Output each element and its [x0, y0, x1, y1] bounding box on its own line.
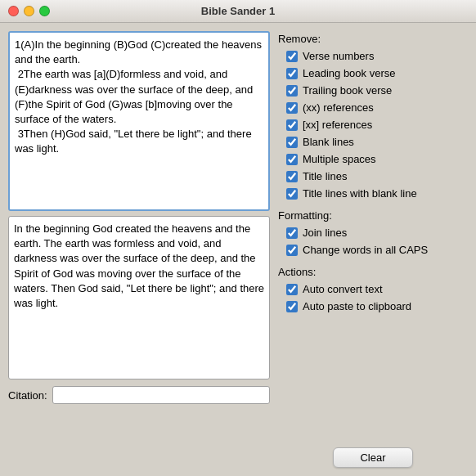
- checkbox-bracket-xx-references-input[interactable]: [286, 119, 298, 131]
- checkbox-change-words-caps-label[interactable]: Change words in all CAPS: [303, 244, 428, 256]
- checkbox-blank-lines: Blank lines: [286, 136, 468, 148]
- citation-input[interactable]: [52, 386, 270, 404]
- actions-section-label: Actions:: [278, 266, 468, 278]
- main-content: Citation: Remove: Verse numbers Leading …: [0, 23, 476, 476]
- checkbox-blank-lines-label[interactable]: Blank lines: [303, 136, 354, 148]
- checkbox-title-lines-label[interactable]: Title lines: [303, 170, 347, 182]
- checkbox-leading-book-verse-label[interactable]: Leading book verse: [303, 67, 395, 79]
- window-controls[interactable]: [8, 6, 50, 16]
- close-button[interactable]: [8, 6, 19, 16]
- checkbox-change-words-caps-input[interactable]: [286, 245, 298, 256]
- checkbox-auto-paste-clipboard-input[interactable]: [286, 301, 298, 312]
- checkbox-join-lines: Join lines: [286, 227, 468, 239]
- checkbox-change-words-caps: Change words in all CAPS: [286, 244, 468, 256]
- window-title: Bible Sander 1: [201, 5, 275, 17]
- checkbox-leading-book-verse: Leading book verse: [286, 67, 468, 79]
- checkbox-title-lines-blank: Title lines with blank line: [286, 187, 468, 200]
- checkbox-leading-book-verse-input[interactable]: [286, 68, 298, 79]
- checkbox-title-lines-input[interactable]: [286, 171, 298, 182]
- formatting-section-label: Formatting:: [278, 209, 468, 222]
- maximize-button[interactable]: [39, 6, 50, 16]
- checkbox-trailing-book-verse-label[interactable]: Trailing book verse: [303, 84, 392, 97]
- checkbox-xx-references-input[interactable]: [286, 102, 298, 114]
- checkbox-bracket-xx-references-label[interactable]: [xx] references: [303, 119, 372, 131]
- remove-section-label: Remove:: [278, 33, 468, 45]
- checkbox-trailing-book-verse: Trailing book verse: [286, 84, 468, 97]
- checkbox-verse-numbers-input[interactable]: [286, 51, 298, 62]
- checkbox-join-lines-input[interactable]: [286, 227, 298, 239]
- minimize-button[interactable]: [24, 6, 34, 16]
- right-panel: Remove: Verse numbers Leading book verse…: [278, 31, 468, 468]
- checkbox-verse-numbers-label[interactable]: Verse numbers: [303, 50, 374, 62]
- clear-button-row: Clear: [278, 441, 468, 468]
- checkbox-auto-convert-text-input[interactable]: [286, 284, 298, 295]
- checkbox-auto-paste-clipboard-label[interactable]: Auto paste to clipboard: [303, 300, 411, 312]
- checkbox-title-lines-blank-label[interactable]: Title lines with blank line: [303, 187, 417, 200]
- output-textarea[interactable]: [8, 216, 270, 379]
- checkbox-join-lines-label[interactable]: Join lines: [303, 227, 347, 239]
- citation-label: Citation:: [8, 389, 47, 402]
- checkbox-title-lines: Title lines: [286, 170, 468, 182]
- checkbox-verse-numbers: Verse numbers: [286, 50, 468, 62]
- checkbox-auto-convert-text: Auto convert text: [286, 283, 468, 295]
- checkbox-xx-references-label[interactable]: (xx) references: [303, 101, 374, 114]
- checkbox-auto-convert-text-label[interactable]: Auto convert text: [303, 283, 383, 295]
- title-bar: Bible Sander 1: [0, 0, 476, 23]
- clear-button[interactable]: Clear: [333, 447, 412, 468]
- checkbox-title-lines-blank-input[interactable]: [286, 188, 298, 200]
- citation-row: Citation:: [8, 386, 270, 404]
- checkbox-xx-references: (xx) references: [286, 101, 468, 114]
- checkbox-blank-lines-input[interactable]: [286, 137, 298, 148]
- checkbox-multiple-spaces-label[interactable]: Multiple spaces: [303, 153, 376, 165]
- checkbox-multiple-spaces-input[interactable]: [286, 154, 298, 165]
- checkbox-multiple-spaces: Multiple spaces: [286, 153, 468, 165]
- checkbox-bracket-xx-references: [xx] references: [286, 119, 468, 131]
- checkbox-trailing-book-verse-input[interactable]: [286, 85, 298, 97]
- checkbox-auto-paste-clipboard: Auto paste to clipboard: [286, 300, 468, 312]
- input-textarea[interactable]: [8, 31, 270, 211]
- left-panel: Citation:: [8, 31, 270, 468]
